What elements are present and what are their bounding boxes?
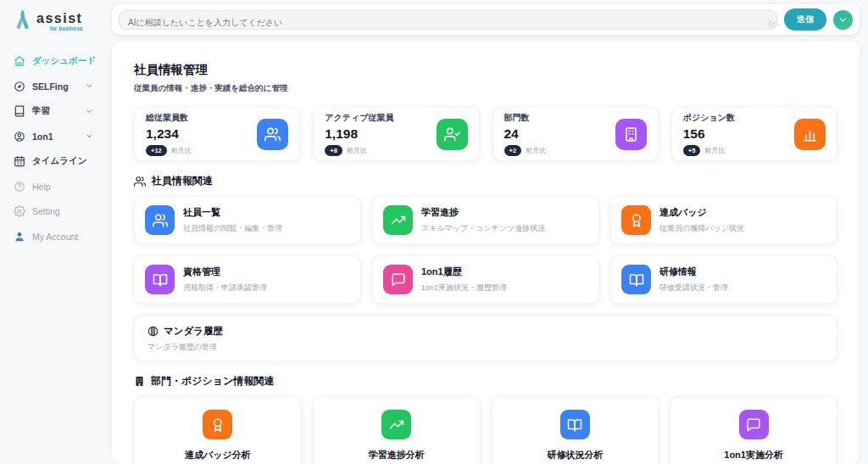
card-title: 1on1実施分析 [677,449,830,461]
card-title: マンダラ履歴 [164,325,223,338]
card-title: 資格管理 [183,266,267,278]
card-1on1-analysis[interactable]: 1on1実施分析 部門・ポジション別1on1実施状況 92% 平均実施率 [670,396,837,464]
sidebar-item-my-account[interactable]: My Account [14,224,105,249]
card-desc: 社員情報の閲覧・編集・管理 [183,223,282,234]
delta-note: 前月比 [171,146,192,155]
delta-badge: +8 [325,145,342,156]
stat-label: アクティブ従業員 [325,112,393,124]
main-column: 送信 社員情報管理 従業員の情報・進捗・実績を総合的に管理 総従業員数 1,23… [105,0,868,464]
chevron-down-icon[interactable] [86,108,93,115]
stat-label: ポジション数 [683,112,735,124]
chevron-down-icon[interactable] [86,82,93,90]
stat-card-active-employees[interactable]: アクティブ従業員 1,198 +8 前月比 [313,107,479,161]
delta-badge: +5 [683,145,701,156]
book-icon [14,105,25,117]
app-root: assist for business ダッシュボード SELFing 学習 [0,0,868,464]
sidebar-item-label: My Account [32,232,78,242]
stat-value: 1,234 [146,126,192,142]
card-desc: 研修受講状況・管理 [659,282,728,293]
collapse-chevron-button[interactable] [833,10,853,30]
stats-row: 総従業員数 1,234 +12 前月比 アクティブ従業員 1,198 [134,107,837,161]
card-qualifications[interactable]: 資格管理 資格取得・申請承認管理 [134,255,361,304]
card-training-info[interactable]: 研修情報 研修受講状況・管理 [610,255,837,304]
award-icon [203,410,232,439]
stat-label: 総従業員数 [146,112,192,124]
sidebar-item-label: SELFing [32,81,69,92]
calendar-icon [14,155,25,167]
home-icon [14,55,25,67]
card-learning-progress[interactable]: 学習進捗 スキルマップ・コンテンツ進捗状況 [372,196,599,244]
card-title: 達成バッジ [659,206,744,219]
bar-chart-icon [794,119,826,150]
sidebar-item-setting[interactable]: Setting [14,199,105,225]
sidebar-item-label: 学習 [32,105,50,117]
stat-card-positions[interactable]: ポジション数 156 +5 前月比 [671,107,837,161]
ribbon-logo-icon [15,8,34,31]
delta-badge: +2 [504,145,522,156]
dashboard-panel: 社員情報管理 従業員の情報・進捗・実績を総合的に管理 総従業員数 1,234 +… [112,42,860,464]
sidebar-item-selfing[interactable]: SELFing [14,74,105,99]
card-learning-analysis[interactable]: 学習進捗分析 部門・ポジション別学習状況 78% 平均達成率 [313,396,481,464]
page-subtitle: 従業員の情報・進捗・実績を総合的に管理 [134,83,837,94]
sidebar-item-timeline[interactable]: タイムライン [14,149,105,175]
card-title: 研修情報 [659,266,728,278]
card-achievement-badges[interactable]: 達成バッジ 従業員の獲得バッジ状況 [610,196,837,244]
card-title: 学習進捗 [421,206,545,219]
stat-card-total-employees[interactable]: 総従業員数 1,234 +12 前月比 [134,107,300,161]
sidebar-item-label: タイムライン [32,155,86,167]
employee-section-header: 社員情報関連 [134,174,837,188]
analysis-cards-grid: 達成バッジ分析 部門・ポジション別バッジ取得状況 1,234 獲得数 学習進捗分… [134,396,837,464]
avatar-icon [14,231,25,243]
compass-icon [14,81,25,92]
sidebar-item-label: ダッシュボード [32,55,96,67]
app-logo: assist for business [15,8,105,32]
mandala-icon [147,326,159,337]
stat-label: 部門数 [504,112,547,124]
stat-value: 156 [683,126,735,142]
trending-up-icon [381,410,411,439]
card-title: 社員一覧 [183,206,282,219]
card-title: 学習進捗分析 [320,449,473,461]
card-badge-analysis[interactable]: 達成バッジ分析 部門・ポジション別バッジ取得状況 1,234 獲得数 [134,396,302,464]
card-employee-list[interactable]: 社員一覧 社員情報の閲覧・編集・管理 [134,196,361,244]
users-icon [134,176,146,187]
building-icon [615,119,647,150]
book-open-icon [560,410,590,439]
ai-prompt-bar: 送信 [112,4,860,35]
stat-value: 24 [504,126,547,142]
sidebar: assist for business ダッシュボード SELFing 学習 [0,0,105,464]
brand-name: assist [36,12,82,25]
brand-tagline: for business [36,26,82,32]
card-desc: スキルマップ・コンテンツ進捗状況 [421,223,545,234]
sidebar-item-help[interactable]: Help [14,174,105,199]
card-1on1-history[interactable]: 1on1履歴 1on1実施状況・履歴管理 [372,255,599,304]
ai-prompt-input[interactable] [119,10,777,30]
sidebar-item-1on1[interactable]: 1on1 [14,124,105,149]
card-desc: 従業員の獲得バッジ状況 [659,223,744,234]
chevron-down-icon [838,15,848,25]
card-training-analysis[interactable]: 研修状況分析 部門・ポジション別研修実施状況 85% 平均完了率 [492,396,659,464]
help-circle-icon [14,181,25,193]
users-icon [145,205,175,235]
page-title: 社員情報管理 [134,62,837,78]
sidebar-item-label: Help [32,182,51,192]
send-button[interactable]: 送信 [784,8,826,31]
sidebar-item-learning[interactable]: 学習 [14,99,105,125]
card-desc: 資格取得・申請承認管理 [183,282,267,293]
stat-card-departments[interactable]: 部門数 24 +2 前月比 [492,107,659,161]
card-mandala-history[interactable]: マンダラ履歴 マンダラ履歴の管理 [134,315,837,361]
users-icon [257,119,288,150]
award-icon [621,205,651,235]
sidebar-item-label: 1on1 [32,131,53,142]
card-desc: 1on1実施状況・履歴管理 [421,282,507,293]
delta-note: 前月比 [526,146,546,155]
book-open-icon [621,265,651,294]
sidebar-item-label: Setting [32,206,60,216]
sidebar-item-dashboard[interactable]: ダッシュボード [14,49,105,75]
stat-value: 1,198 [325,126,393,142]
card-title: 達成バッジ分析 [142,449,294,461]
chevron-down-icon[interactable] [86,132,93,140]
building-icon [134,376,145,387]
resize-handle[interactable] [768,20,775,27]
message-square-icon [739,410,769,439]
